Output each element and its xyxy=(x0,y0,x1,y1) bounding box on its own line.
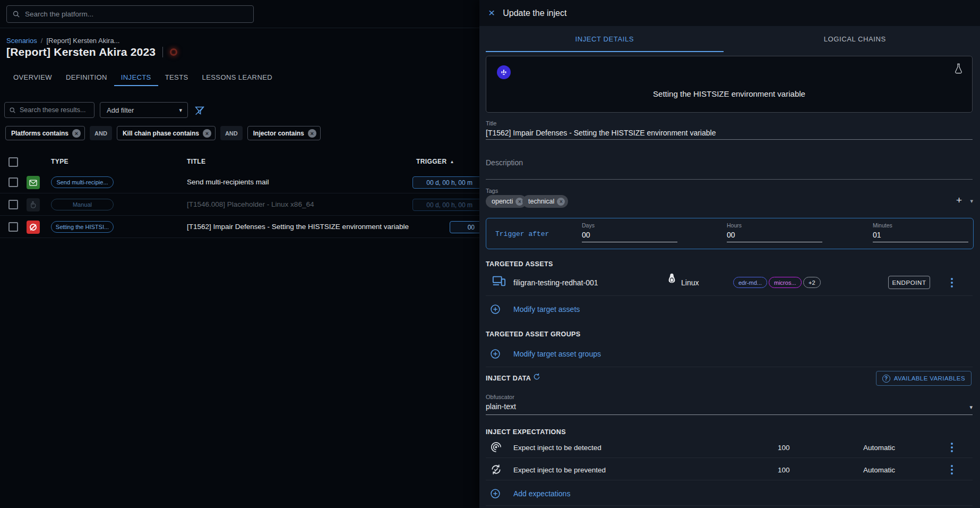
chevron-down-icon[interactable]: ▾ xyxy=(969,404,973,411)
remove-tag-icon[interactable]: × xyxy=(557,198,565,206)
table-row[interactable]: Send multi-recipie... Send multi-recipie… xyxy=(0,171,488,193)
tab-logical-chains[interactable]: LOGICAL CHAINS xyxy=(730,26,980,52)
remove-filter-icon[interactable]: × xyxy=(308,129,316,138)
app-root: Scenarios / [Report] Kersten Akira... [R… xyxy=(0,0,980,508)
divider xyxy=(486,367,973,367)
hours-value[interactable]: 00 xyxy=(727,231,735,239)
column-header-title[interactable]: TITLE xyxy=(187,158,205,165)
results-search-input[interactable] xyxy=(20,106,90,114)
plus-circle-icon xyxy=(490,488,501,499)
tab-injects[interactable]: INJECTS xyxy=(114,69,158,86)
inject-type-chip[interactable]: Manual xyxy=(51,199,114,210)
tag-label: opencti xyxy=(492,198,513,205)
add-filter-select[interactable]: Add filter ▾ xyxy=(100,102,188,118)
inject-contract-card: Setting the HISTSIZE environment variabl… xyxy=(486,56,973,113)
tags-dropdown-icon[interactable]: ▾ xyxy=(970,198,973,205)
hours-label: Hours xyxy=(727,222,742,228)
table-row[interactable]: Setting the HISTSI... [T1562] Impair Def… xyxy=(0,216,488,238)
tab-definition[interactable]: DEFINITION xyxy=(59,69,114,86)
remove-filter-icon[interactable]: × xyxy=(203,129,211,138)
tags-field-label: Tags xyxy=(486,188,498,194)
tab-tests[interactable]: TESTS xyxy=(158,69,195,86)
asset-tag-overflow-chip[interactable]: +2 xyxy=(803,277,821,288)
refresh-icon[interactable] xyxy=(532,372,541,383)
filter-chip-platforms[interactable]: Platforms contains × xyxy=(5,126,85,140)
tab-inject-details[interactable]: INJECT DETAILS xyxy=(479,26,730,52)
description-field-underline xyxy=(486,179,973,180)
devices-icon xyxy=(492,275,506,289)
obfuscator-select[interactable]: plain-text xyxy=(486,402,516,411)
add-tag-icon[interactable]: + xyxy=(956,194,962,206)
close-icon[interactable]: × xyxy=(488,7,495,18)
global-search-input[interactable] xyxy=(25,10,248,18)
filter-chip-kill-chain-phase[interactable]: Kill chain phase contains × xyxy=(117,126,216,140)
search-icon xyxy=(9,107,16,114)
expectation-menu-icon[interactable] xyxy=(947,465,957,475)
column-header-type[interactable]: TYPE xyxy=(51,158,68,165)
drawer-header: × Update the inject xyxy=(479,0,980,26)
days-value[interactable]: 00 xyxy=(582,231,590,239)
update-inject-drawer: × Update the inject INJECT DETAILS LOGIC… xyxy=(479,0,980,508)
hours-underline xyxy=(727,242,822,242)
row-checkbox[interactable] xyxy=(8,200,18,209)
tag-chip-technical[interactable]: technical × xyxy=(522,195,568,208)
divider xyxy=(486,295,973,296)
days-underline xyxy=(582,242,677,242)
tab-overview[interactable]: OVERVIEW xyxy=(6,69,59,86)
trigger-minutes-field[interactable]: Minutes 01 xyxy=(873,218,968,249)
title-field-underline xyxy=(486,139,973,140)
available-variables-button[interactable]: ? AVAILABLE VARIABLES xyxy=(876,371,972,386)
inject-type-chip[interactable]: Send multi-recipie... xyxy=(51,176,114,188)
expectation-menu-icon[interactable] xyxy=(947,443,957,452)
page-title: [Report] Kersten Akira 2023 xyxy=(6,46,156,58)
filter-operator-and[interactable]: AND xyxy=(90,126,112,140)
trigger-hours-field[interactable]: Hours 00 xyxy=(727,218,822,249)
select-all-checkbox[interactable] xyxy=(8,157,18,167)
column-header-trigger[interactable]: TRIGGER▲ xyxy=(416,158,454,165)
modify-target-asset-groups-button[interactable]: Modify target asset groups xyxy=(490,349,601,359)
modify-target-assets-button[interactable]: Modify target assets xyxy=(490,304,580,315)
days-label: Days xyxy=(582,222,595,228)
trigger-chip[interactable]: 00 d, 00 h, 00 m xyxy=(412,176,482,189)
scenario-title-row: [Report] Kersten Akira 2023 xyxy=(6,45,177,60)
breadcrumb-scenarios-link[interactable]: Scenarios xyxy=(6,37,37,45)
filter-operator-and[interactable]: AND xyxy=(220,126,243,140)
table-row[interactable]: Manual [T1546.008] Placeholder - Linux x… xyxy=(0,193,488,216)
description-field[interactable]: Description xyxy=(486,158,523,167)
modify-target-asset-groups-label: Modify target asset groups xyxy=(513,350,601,358)
available-variables-label: AVAILABLE VARIABLES xyxy=(894,375,965,382)
asset-tag-chip[interactable]: micros... xyxy=(769,277,802,288)
row-checkbox[interactable] xyxy=(8,177,18,187)
modify-target-assets-label: Modify target assets xyxy=(513,305,580,314)
minutes-value[interactable]: 01 xyxy=(873,231,881,239)
expectation-label: Expect inject to be detected xyxy=(513,444,601,452)
asset-menu-icon[interactable] xyxy=(947,278,957,287)
clear-filters-button[interactable] xyxy=(193,104,206,117)
column-header-trigger-label: TRIGGER xyxy=(416,158,446,165)
add-expectations-button[interactable]: Add expectations xyxy=(490,488,570,499)
tab-lessons-learned[interactable]: LESSONS LEARNED xyxy=(195,69,279,86)
asset-tag-chip[interactable]: edr-md... xyxy=(733,277,767,288)
expectation-label: Expect inject to be prevented xyxy=(513,466,606,474)
trigger-after-label: Trigger after xyxy=(495,230,549,238)
trigger-days-field[interactable]: Days 00 xyxy=(582,218,677,249)
filter-chip-injector[interactable]: Injector contains × xyxy=(247,126,321,140)
row-checkbox[interactable] xyxy=(8,222,18,232)
breadcrumb-current: [Report] Kersten Akira... xyxy=(46,37,119,45)
injector-icon xyxy=(497,65,511,79)
title-field-value[interactable]: [T1562] Impair Defenses - Setting the HI… xyxy=(486,129,716,137)
minutes-underline xyxy=(873,242,968,242)
plus-circle-icon xyxy=(490,349,501,359)
tag-label: technical xyxy=(528,198,554,205)
trigger-chip[interactable]: 00 d, 00 h, 00 m xyxy=(412,199,482,211)
inject-type-chip[interactable]: Setting the HISTSI... xyxy=(51,221,114,233)
global-search[interactable] xyxy=(6,5,254,23)
expectation-mode: Automatic xyxy=(863,444,895,452)
remove-filter-icon[interactable]: × xyxy=(72,129,81,138)
add-filter-label: Add filter xyxy=(107,106,134,114)
inject-expectations-header: INJECT EXPECTATIONS xyxy=(486,428,566,436)
results-search[interactable] xyxy=(4,102,94,118)
tag-chip-opencti[interactable]: opencti × xyxy=(486,195,527,208)
divider xyxy=(486,458,973,458)
plus-circle-icon xyxy=(490,304,501,315)
